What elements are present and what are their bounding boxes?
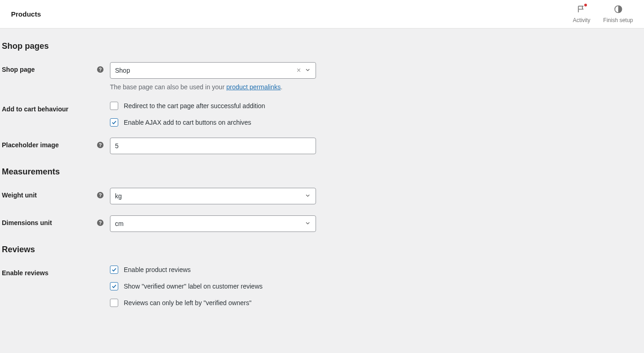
weight-unit-control: kg — [110, 188, 316, 204]
header-actions: Activity Finish setup — [573, 5, 633, 23]
dimensions-unit-value: cm — [115, 220, 305, 227]
shop-page-label: Shop page ? — [2, 62, 110, 73]
add-to-cart-row: Add to cart behaviour Redirect to the ca… — [2, 102, 642, 127]
page-header: Products Activity Finish setup — [0, 0, 644, 29]
enable-product-reviews-checkbox[interactable] — [110, 266, 118, 274]
ajax-checkbox-row: Enable AJAX add to cart buttons on archi… — [110, 118, 316, 127]
redirect-label[interactable]: Redirect to the cart page after successf… — [124, 102, 265, 110]
enable-reviews-label: Enable reviews — [2, 266, 110, 277]
shop-page-row: Shop page ? Shop × The base page can als… — [2, 62, 642, 91]
shop-pages-heading: Shop pages — [2, 41, 642, 51]
shop-page-description: The base page can also be used in your p… — [110, 83, 316, 91]
weight-unit-label: Weight unit ? — [2, 188, 110, 199]
reviews-heading: Reviews — [2, 245, 642, 255]
finish-setup-label: Finish setup — [603, 17, 633, 23]
help-icon[interactable]: ? — [97, 142, 104, 148]
chevron-down-icon — [305, 220, 311, 228]
restrict-reviews-label[interactable]: Reviews can only be left by "verified ow… — [124, 299, 252, 307]
weight-unit-value: kg — [115, 192, 305, 200]
weight-unit-row: Weight unit ? kg — [2, 188, 642, 204]
help-icon[interactable]: ? — [97, 220, 104, 226]
enable-product-reviews-label[interactable]: Enable product reviews — [124, 266, 191, 273]
shop-page-control: Shop × The base page can also be used in… — [110, 62, 316, 91]
help-icon[interactable]: ? — [97, 66, 104, 73]
ajax-label[interactable]: Enable AJAX add to cart buttons on archi… — [124, 119, 251, 126]
enable-reviews-row: Enable reviews Enable product reviews Sh… — [2, 266, 642, 307]
chevron-down-icon — [305, 192, 311, 200]
add-to-cart-control: Redirect to the cart page after successf… — [110, 102, 316, 127]
circle-half-icon — [614, 5, 623, 15]
restrict-reviews-checkbox[interactable] — [110, 299, 118, 307]
notification-dot-icon — [584, 4, 587, 6]
ajax-checkbox[interactable] — [110, 118, 118, 127]
shop-page-value: Shop — [115, 67, 297, 74]
enable-reviews-control: Enable product reviews Show "verified ow… — [110, 266, 316, 307]
add-to-cart-label: Add to cart behaviour — [2, 102, 110, 113]
redirect-checkbox[interactable] — [110, 102, 118, 110]
activity-button[interactable]: Activity — [573, 5, 590, 23]
dimensions-unit-control: cm — [110, 215, 316, 232]
redirect-checkbox-row: Redirect to the cart page after successf… — [110, 102, 316, 110]
dimensions-unit-label: Dimensions unit ? — [2, 215, 110, 226]
clear-icon[interactable]: × — [297, 66, 301, 75]
finish-setup-button[interactable]: Finish setup — [603, 5, 633, 23]
placeholder-image-label: Placeholder image ? — [2, 138, 110, 149]
dimensions-unit-select[interactable]: cm — [110, 215, 316, 232]
restrict-reviews-row: Reviews can only be left by "verified ow… — [110, 299, 316, 307]
dimensions-unit-row: Dimensions unit ? cm — [2, 215, 642, 232]
verified-owner-checkbox[interactable] — [110, 282, 118, 290]
shop-page-select[interactable]: Shop × — [110, 62, 316, 79]
product-permalinks-link[interactable]: product permalinks — [226, 83, 281, 91]
enable-product-reviews-row: Enable product reviews — [110, 266, 316, 274]
flag-icon — [577, 5, 586, 15]
weight-unit-select[interactable]: kg — [110, 188, 316, 204]
activity-label: Activity — [573, 17, 590, 23]
settings-content: Shop pages Shop page ? Shop × The base p… — [0, 41, 644, 325]
measurements-heading: Measurements — [2, 167, 642, 177]
placeholder-image-row: Placeholder image ? — [2, 138, 642, 154]
placeholder-image-input[interactable] — [110, 138, 316, 154]
placeholder-image-control — [110, 138, 316, 154]
verified-owner-row: Show "verified owner" label on customer … — [110, 282, 316, 290]
page-title: Products — [11, 10, 41, 18]
chevron-down-icon — [305, 67, 311, 75]
verified-owner-label[interactable]: Show "verified owner" label on customer … — [124, 283, 263, 290]
help-icon[interactable]: ? — [97, 192, 104, 198]
